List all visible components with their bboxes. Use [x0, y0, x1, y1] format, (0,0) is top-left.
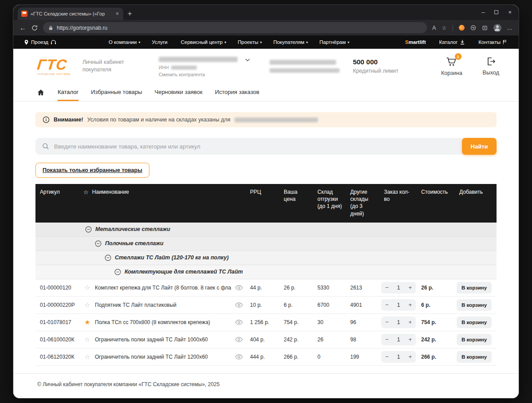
contragent-selector[interactable]: ИНН Сменить контрагента	[159, 55, 253, 77]
logout-button[interactable]: Выход	[483, 56, 499, 76]
qty-value[interactable]: 1	[397, 319, 400, 325]
home-icon[interactable]	[37, 83, 44, 101]
favorite-star-icon[interactable]: ☆	[80, 353, 95, 361]
qty-plus-button[interactable]: +	[408, 336, 412, 343]
rrc-price: 404 р.	[246, 336, 280, 343]
change-contragent-link[interactable]: Сменить контрагента	[159, 72, 238, 77]
qty-value[interactable]: 1	[397, 336, 400, 343]
qty-value[interactable]: 1	[397, 285, 400, 291]
eye-icon[interactable]	[231, 302, 246, 308]
logout-icon	[486, 56, 496, 67]
window-controls: – ×	[481, 9, 512, 16]
add-to-cart-button[interactable]: В корзину	[457, 282, 492, 293]
menu-item-projects[interactable]: Проекты▾	[238, 39, 262, 45]
add-to-cart-button[interactable]: В корзину	[457, 334, 492, 345]
col-header-stock-other: Другие склады (до 3 дней)	[347, 188, 380, 217]
tab-favorites[interactable]: Избранные товары	[91, 83, 142, 101]
qty-minus-button[interactable]: −	[385, 353, 389, 360]
rrc-price: 10 р.	[246, 302, 280, 308]
qty-plus-button[interactable]: +	[408, 353, 412, 360]
category-row[interactable]: Комплектующие для стеллажей ТС Лайт	[35, 265, 497, 279]
qty-value[interactable]: 1	[397, 302, 400, 308]
tab-close-icon[interactable]: ×	[115, 11, 120, 17]
menu-item-partners[interactable]: Партнёрам▾	[319, 39, 349, 45]
url-text: https://gortorgsnab.ru	[57, 25, 107, 31]
add-to-cart-button[interactable]: В корзину	[457, 299, 492, 311]
favorite-star-icon[interactable]: ☆	[80, 301, 95, 309]
browser-essentials-icon[interactable]	[470, 25, 476, 31]
star-icon[interactable]: ☆	[83, 188, 89, 196]
smartlift-link[interactable]: Smartlift	[405, 39, 426, 45]
tab-drafts[interactable]: Черновики заявок	[154, 83, 202, 101]
content-area: Внимание! Условия по товарам и наличие н…	[13, 102, 519, 373]
back-button-icon[interactable]: ←	[20, 24, 26, 31]
new-tab-button[interactable]: +	[128, 10, 132, 18]
qty-minus-button[interactable]: −	[385, 284, 389, 291]
favorite-star-icon[interactable]: ☆	[80, 336, 95, 344]
qty-plus-button[interactable]: +	[408, 319, 412, 325]
chevron-down-icon: ▾	[138, 40, 140, 44]
eye-icon[interactable]	[231, 320, 246, 325]
profile-avatar[interactable]	[493, 24, 501, 32]
qty-minus-button[interactable]: −	[385, 319, 389, 325]
favorites-star-icon[interactable]: ☆	[442, 24, 446, 31]
favorite-star-icon[interactable]: ☆	[80, 284, 95, 292]
eye-icon[interactable]	[231, 285, 246, 290]
qty-plus-button[interactable]: +	[408, 284, 412, 291]
stock-main: 5330	[314, 285, 347, 291]
extension-icon[interactable]	[459, 25, 465, 31]
read-aloud-icon[interactable]: A	[432, 25, 436, 31]
your-price: 26 р.	[280, 285, 314, 291]
collapse-minus-icon[interactable]	[105, 254, 111, 261]
your-price: 754 р.	[280, 319, 314, 325]
site-footer: © Личный кабинет покупателя компании «ГТ…	[13, 373, 519, 398]
menu-item-buyers[interactable]: Покупателям▾	[273, 39, 308, 45]
window-minimize-button[interactable]: –	[481, 9, 485, 16]
search-button[interactable]: Найти	[462, 138, 497, 155]
favorite-star-icon[interactable]: ★	[80, 318, 95, 326]
table-row: 01-00000220Р ☆ Подпятник ТС Лайт пластик…	[35, 297, 497, 314]
cart-button[interactable]: 1 Корзина	[441, 56, 462, 76]
category-row[interactable]: Металлические стеллажи	[35, 223, 497, 237]
show-favorites-button[interactable]: Показать только избранные товары	[35, 163, 149, 178]
account-tabs: Каталог Избранные товары Черновики заяво…	[13, 83, 519, 102]
collections-icon[interactable]	[482, 25, 488, 31]
download-icon	[460, 39, 465, 45]
menu-item-about[interactable]: О компании▾	[109, 39, 140, 45]
browser-menu-icon[interactable]: …	[507, 25, 513, 31]
collapse-minus-icon[interactable]	[95, 240, 102, 247]
address-bar-icons: A ☆ …	[432, 24, 512, 32]
tab-order-history[interactable]: История заказов	[215, 83, 259, 101]
product-name: Подпятник ТС Лайт пластиковый	[95, 302, 231, 308]
chevron-down-icon: ▾	[348, 40, 349, 44]
qty-minus-button[interactable]: −	[385, 336, 389, 343]
category-row[interactable]: Стеллажи ТС Лайт (120-170 кг на полку)	[35, 251, 497, 265]
qty-value[interactable]: 1	[397, 354, 400, 360]
chevron-down-icon[interactable]	[245, 59, 250, 62]
search-input[interactable]	[54, 143, 457, 150]
menu-item-service-center[interactable]: Сервисный центр▾	[181, 39, 227, 45]
add-to-cart-button[interactable]: В корзину	[457, 351, 492, 363]
collapse-minus-icon[interactable]	[85, 226, 92, 233]
url-field[interactable]: https://gortorgsnab.ru	[43, 22, 427, 33]
contacts-link[interactable]: Контакты	[478, 39, 507, 45]
browser-tab[interactable]: «ГТС Складские системы» («Гор ×	[18, 8, 123, 20]
stock-other: 4901	[347, 302, 380, 308]
company-logo[interactable]: ГТС СКЛАДСКИЕ СИСТЕМЫ	[37, 57, 71, 75]
category-row[interactable]: Полочные стеллажи	[35, 237, 497, 251]
tab-catalog[interactable]: Каталог	[58, 83, 78, 101]
add-to-cart-button[interactable]: В корзину	[457, 317, 492, 328]
collapse-minus-icon[interactable]	[114, 269, 121, 275]
browser-window: «ГТС Складские системы» («Гор × + – × ← …	[13, 5, 519, 398]
refresh-icon[interactable]	[31, 25, 38, 31]
window-maximize-button[interactable]	[494, 10, 498, 14]
qty-plus-button[interactable]: +	[408, 301, 412, 308]
catalog-download-link[interactable]: Каталог	[439, 39, 466, 45]
menu-item-services[interactable]: Услуги	[152, 39, 169, 45]
rrc-price: 44 р.	[246, 285, 280, 291]
window-close-button[interactable]: ×	[508, 9, 512, 16]
eye-icon[interactable]	[231, 354, 246, 360]
qty-minus-button[interactable]: −	[385, 301, 389, 308]
eye-icon[interactable]	[231, 337, 246, 342]
route-link[interactable]: Проезд	[24, 39, 56, 45]
